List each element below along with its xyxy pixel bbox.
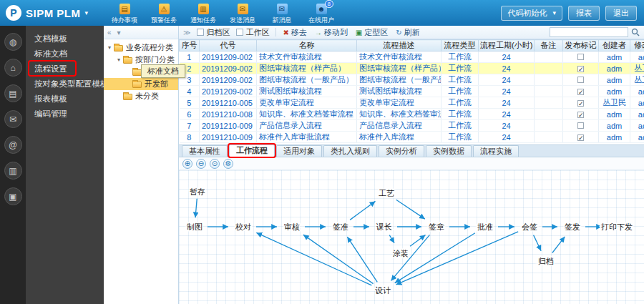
tab-instance-data[interactable]: 实例数据 [426, 145, 472, 157]
publish-flag-cell[interactable] [563, 52, 599, 63]
message-icon[interactable]: ✉ [4, 110, 22, 128]
publish-checkbox[interactable] [577, 54, 584, 60]
publish-flag-cell[interactable]: ✓ [563, 63, 599, 74]
column-header[interactable]: 流程工期(小时) [479, 40, 535, 52]
publish-checkbox[interactable] [577, 122, 584, 129]
publish-checkbox[interactable]: ✓ [577, 66, 584, 72]
table-row[interactable]: 420191209-002测试图纸审核流程测试图纸审核流程工作流24✓admad… [180, 86, 644, 97]
publish-checkbox[interactable]: ✓ [577, 134, 584, 141]
column-header[interactable]: 名称 [257, 40, 357, 52]
table-row[interactable]: 320191209-002图纸审核流程（一般产品）图纸审核流程（一般产品）工作流… [180, 74, 644, 86]
zoom-reset-icon[interactable]: ⊙ [210, 159, 220, 169]
tab-process-implementation[interactable]: 流程实施 [473, 145, 519, 157]
workflow-canvas[interactable]: 暂存制图校对审核签准课长工艺涂装签章批准会签签发打印下发归档设计 [179, 170, 644, 304]
table-row[interactable]: 220191209-002图纸审核流程（样产品）图纸审核流程（样产品）工作流24… [180, 63, 644, 74]
flow-node-gongyi[interactable]: 工艺 [379, 189, 394, 197]
app-logo[interactable]: P SIPM PLM ▾ [0, 5, 99, 21]
database-icon[interactable]: ▤ [4, 84, 22, 102]
table-row[interactable]: 620191210-008知识库、标准文档签审流程知识库、标准文档签审流程工作流… [180, 109, 644, 120]
book-icon[interactable]: ▥ [4, 162, 22, 180]
flow-node-qianzhun[interactable]: 签准 [333, 222, 348, 231]
publish-flag-cell[interactable]: ✓ [563, 109, 599, 120]
flow-node-sheji[interactable]: 设计 [375, 286, 391, 295]
online-users-button[interactable]: ☻在线用户8 [303, 1, 340, 25]
table-row[interactable]: 120191209-002技术文件审核流程技术文件审核流程工作流24admadm [180, 52, 644, 63]
zoom-out-icon[interactable]: ⊖ [196, 159, 206, 169]
column-header[interactable]: 备注 [535, 40, 563, 52]
tab-insert-rules[interactable]: 类扎入规则 [323, 145, 377, 157]
flow-node-huiqian[interactable]: 会签 [522, 222, 537, 231]
flow-node-zhitu[interactable]: 制图 [187, 222, 203, 231]
column-header[interactable]: 代号 [200, 40, 257, 52]
flow-node-kezhang[interactable]: 课长 [376, 222, 392, 231]
tree-toggle-icon[interactable]: ▾ [115, 57, 122, 63]
flow-node-pizhun[interactable]: 批准 [477, 222, 493, 231]
column-header[interactable]: 修改者 [630, 40, 644, 52]
tab-instance-analysis[interactable]: 实例分析 [379, 145, 424, 157]
sidebar-item-code-management[interactable]: 编码管理 [26, 107, 104, 122]
column-header[interactable]: 创建者 [599, 40, 630, 52]
table-row[interactable]: 820191210-009标准件入库审批流程标准件入库流程工作流24✓admad… [180, 132, 644, 143]
briefcase-icon[interactable]: ▣ [4, 187, 22, 205]
area-checkbox[interactable]: 归档区 [197, 27, 230, 38]
at-icon[interactable]: @ [4, 136, 22, 154]
module-select[interactable]: 代码初始化 ▾ [501, 6, 562, 21]
logout-button[interactable]: 退出 [605, 6, 637, 21]
todo-button[interactable]: ▤待办事项 [106, 1, 143, 25]
tree-node[interactable]: 未分类 [104, 90, 178, 102]
sidebar-item-report-template[interactable]: 报表模板 [26, 92, 104, 107]
collapse-panel-icon[interactable]: « [107, 29, 112, 36]
sidebar-item-doc-template[interactable]: 文档模板 [26, 31, 104, 46]
publish-flag-cell[interactable] [563, 74, 599, 86]
flow-node-dayin[interactable]: 打印下发 [600, 222, 633, 231]
column-header[interactable]: 流程类型 [441, 40, 479, 52]
table-row[interactable]: 720191210-009产品信息录入流程产品信息录入流程工作流24admadm [180, 120, 644, 132]
sidebar-item-object-type-template[interactable]: 按对象类型配置模板 [26, 77, 104, 92]
publish-checkbox[interactable] [577, 77, 584, 83]
flow-node-jiaodui[interactable]: 校对 [235, 222, 251, 231]
tree-node[interactable]: ▾业务流程分类 [104, 41, 178, 54]
column-header[interactable]: 序号 [180, 40, 200, 52]
tab-applicable-objects[interactable]: 适用对象 [276, 145, 322, 157]
publish-checkbox[interactable]: ✓ [577, 112, 584, 118]
notice-button[interactable]: ▥通知任务 [185, 1, 222, 25]
area-checkbox[interactable]: 工作区 [236, 27, 269, 38]
flow-node-zancun[interactable]: 暂存 [190, 187, 205, 196]
publish-checkbox[interactable]: ✓ [577, 100, 584, 107]
flow-node-qianzhang[interactable]: 签章 [429, 222, 444, 231]
move-to-button[interactable]: →移动到 [315, 27, 348, 38]
zoom-in-icon[interactable]: ⊕ [182, 159, 192, 169]
publish-flag-cell[interactable]: ✓ [563, 86, 599, 97]
tab-workflow[interactable]: 工作流程 [229, 144, 275, 157]
publish-flag-cell[interactable]: ✓ [563, 132, 599, 143]
column-header[interactable]: 流程描述 [357, 40, 441, 52]
finalize-area-button[interactable]: ▣定型区 [356, 27, 388, 38]
home-icon[interactable]: ⌂ [4, 59, 22, 77]
send-message-button[interactable]: ✉发送消息 [224, 1, 261, 25]
remove-button[interactable]: ✖移去 [283, 27, 306, 38]
flow-node-shenhe[interactable]: 审核 [284, 222, 300, 231]
new-message-button[interactable]: ✉新消息 [263, 1, 301, 25]
refresh-button[interactable]: ↻刷新 [396, 27, 419, 38]
sidebar-item-process-settings[interactable]: 流程设置 [26, 62, 104, 77]
table-row[interactable]: 520191210-005更改单审定流程更改单审定流程工作流24✓丛卫民adm [180, 97, 644, 109]
publish-flag-cell[interactable]: ✓ [563, 97, 599, 109]
flow-node-guidang[interactable]: 归档 [538, 257, 554, 265]
report-button[interactable]: 报表 [568, 6, 600, 21]
column-header[interactable]: 发布标记 [563, 40, 599, 52]
search-icon[interactable] [631, 28, 640, 36]
collapse-tree-button[interactable]: ≫ [183, 29, 190, 36]
tree-node[interactable]: 开发部 [104, 78, 178, 90]
tree-toggle-icon[interactable]: ▾ [106, 44, 113, 51]
flow-settings-icon[interactable]: ⚙ [223, 159, 233, 169]
alert-button[interactable]: ⚠预警任务 [145, 1, 182, 25]
search-input[interactable] [550, 27, 628, 37]
sidebar-item-standard-doc[interactable]: 标准文档 [26, 46, 104, 62]
publish-checkbox[interactable]: ✓ [577, 89, 584, 95]
flow-node-qianfa[interactable]: 签发 [565, 222, 580, 231]
flow-node-tuzhuang[interactable]: 涂装 [392, 249, 409, 258]
publish-flag-cell[interactable] [563, 120, 599, 132]
tree-options-icon[interactable]: ▾ [117, 29, 121, 36]
tab-basic-properties[interactable]: 基本属性 [182, 145, 228, 157]
user-icon[interactable]: ◍ [4, 33, 22, 51]
